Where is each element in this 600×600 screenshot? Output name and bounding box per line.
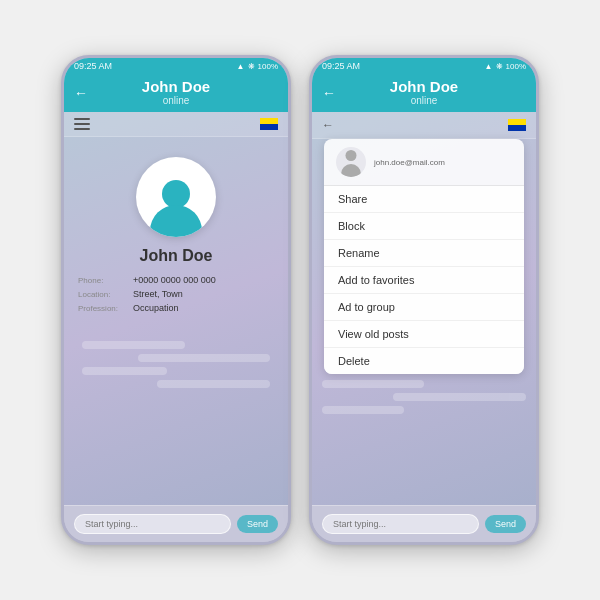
phone-value: +0000 0000 000 000 (133, 275, 216, 285)
hamburger-menu-left[interactable] (74, 118, 90, 130)
chat-lines-right (312, 374, 536, 425)
profession-value: Occupation (133, 303, 179, 313)
status-bar-left: 09:25 AM ▲ ❋ 100% (64, 58, 288, 74)
inner-topbar-left (64, 112, 288, 137)
menu-item-rename[interactable]: Rename (324, 240, 524, 267)
menu-item-add-to-favorites[interactable]: Add to favorites (324, 267, 524, 294)
phone-body-right: ← john.doe@mail.com (312, 112, 536, 505)
footer-right: Send (312, 505, 536, 542)
avatar-large (136, 157, 216, 237)
mini-avatar-head (346, 150, 357, 161)
menu-item-ad-to-group[interactable]: Ad to group (324, 294, 524, 321)
mini-avatar (336, 147, 366, 177)
chat-area-left (64, 327, 288, 505)
menu-item-delete[interactable]: Delete (324, 348, 524, 374)
wifi-icon: ❋ (248, 62, 255, 71)
header-status-right: online (320, 95, 528, 106)
location-label: Location: (78, 290, 133, 299)
location-value: Street, Town (133, 289, 183, 299)
back-button-right[interactable]: ← (322, 85, 336, 101)
header-name-left: John Doe (72, 78, 280, 95)
info-profession-row: Profession: Occupation (78, 303, 274, 313)
time-left: 09:25 AM (74, 61, 112, 71)
wifi-icon-right: ❋ (496, 62, 503, 71)
signal-icon: ▲ (237, 62, 245, 71)
profession-label: Profession: (78, 304, 133, 313)
footer-left: Send (64, 505, 288, 542)
flag-icon-left (260, 118, 278, 130)
time-right: 09:25 AM (322, 61, 360, 71)
phone-body-left: John Doe Phone: +0000 0000 000 000 Locat… (64, 112, 288, 505)
status-icons-right: ▲ ❋ 100% (485, 62, 526, 71)
status-bar-right: 09:25 AM ▲ ❋ 100% (312, 58, 536, 74)
send-button-left[interactable]: Send (237, 515, 278, 533)
info-fields: Phone: +0000 0000 000 000 Location: Stre… (64, 275, 288, 317)
flag-icon-right (508, 119, 526, 131)
status-icons-left: ▲ ❋ 100% (237, 62, 278, 71)
header-right: ← John Doe online (312, 74, 536, 112)
menu-email: john.doe@mail.com (374, 158, 445, 167)
profile-section: John Doe Phone: +0000 0000 000 000 Locat… (64, 137, 288, 327)
header-name-right: John Doe (320, 78, 528, 95)
inner-back-right[interactable]: ← (322, 118, 334, 132)
menu-item-view-old-posts[interactable]: View old posts (324, 321, 524, 348)
battery-left: 100% (258, 62, 278, 71)
context-menu: john.doe@mail.com ShareBlockRenameAdd to… (324, 139, 524, 374)
info-location-row: Location: Street, Town (78, 289, 274, 299)
menu-items-list: ShareBlockRenameAdd to favoritesAd to gr… (324, 186, 524, 374)
avatar-silhouette (146, 172, 206, 237)
avatar-head (162, 180, 190, 208)
menu-item-block[interactable]: Block (324, 213, 524, 240)
battery-right: 100% (506, 62, 526, 71)
signal-icon-right: ▲ (485, 62, 493, 71)
profile-name: John Doe (140, 247, 213, 265)
header-status-left: online (72, 95, 280, 106)
right-phone: 09:25 AM ▲ ❋ 100% ← John Doe online ← (309, 55, 539, 545)
chat-lines-left (72, 335, 280, 399)
send-button-right[interactable]: Send (485, 515, 526, 533)
inner-topbar-right: ← (312, 112, 536, 139)
back-button-left[interactable]: ← (74, 85, 88, 101)
menu-item-share[interactable]: Share (324, 186, 524, 213)
phones-container: 09:25 AM ▲ ❋ 100% ← John Doe online (61, 55, 539, 545)
avatar-body (150, 205, 202, 237)
info-phone-row: Phone: +0000 0000 000 000 (78, 275, 274, 285)
menu-profile-row: john.doe@mail.com (324, 139, 524, 186)
left-phone: 09:25 AM ▲ ❋ 100% ← John Doe online (61, 55, 291, 545)
chat-input-right[interactable] (322, 514, 479, 534)
phone-label: Phone: (78, 276, 133, 285)
chat-input-left[interactable] (74, 514, 231, 534)
header-left: ← John Doe online (64, 74, 288, 112)
mini-avatar-body (341, 164, 361, 177)
